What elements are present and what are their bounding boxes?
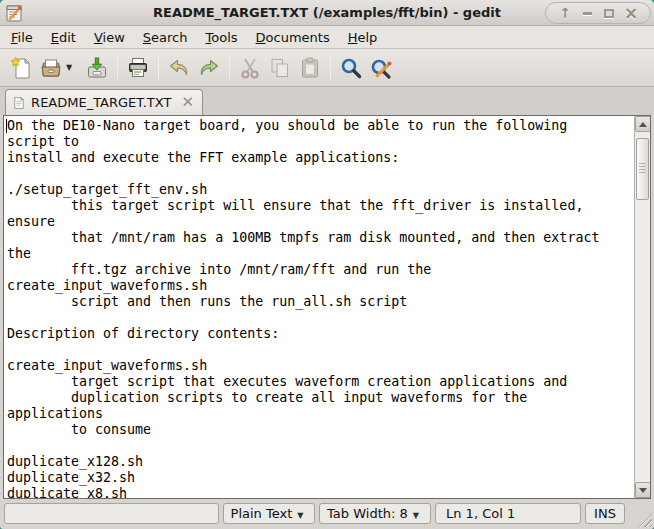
print-document-button[interactable]	[123, 53, 153, 83]
cursor-position-indicator: Ln 1, Col 1	[435, 503, 581, 524]
menu-help[interactable]: Help	[339, 26, 387, 49]
tab-readme-target[interactable]: README_TARGET.TXT ✕	[5, 89, 203, 115]
arrow-up-icon	[639, 122, 647, 127]
close-window-button[interactable]: ×	[620, 3, 642, 23]
menu-tools[interactable]: Tools	[197, 26, 247, 49]
undo-button[interactable]	[164, 53, 194, 83]
open-document-button[interactable]	[36, 53, 66, 83]
find-replace-icon	[369, 56, 393, 80]
menu-search[interactable]: Search	[134, 26, 197, 49]
tab-label: README_TARGET.TXT	[31, 95, 171, 110]
paste-clipboard-icon	[298, 56, 322, 80]
tabbar: README_TARGET.TXT ✕	[0, 87, 654, 115]
maximize-window-button[interactable]	[598, 3, 620, 23]
cut-scissors-icon	[238, 56, 262, 80]
status-message-area	[4, 503, 219, 524]
scrollbar-thumb[interactable]	[636, 138, 649, 200]
paste-button	[295, 53, 325, 83]
toolbar-separator	[229, 56, 230, 80]
menubar: File Edit View Search Tools Documents He…	[0, 26, 654, 49]
language-selector[interactable]: Plain Text▼	[223, 503, 315, 524]
find-button[interactable]	[336, 53, 366, 83]
tab-close-icon[interactable]: ✕	[181, 95, 194, 110]
window-resize-grip[interactable]	[638, 513, 652, 527]
minimize-icon	[583, 12, 592, 15]
shade-window-button[interactable]: ↑	[554, 3, 576, 23]
text-editor-area[interactable]: On the DE10-Nano target board, you shoul…	[3, 115, 651, 499]
document-icon	[14, 95, 24, 111]
cut-button	[235, 53, 265, 83]
print-icon	[126, 56, 150, 80]
document-text[interactable]: On the DE10-Nano target board, you shoul…	[7, 118, 632, 498]
open-dropdown-arrow-icon[interactable]: ▼	[66, 63, 72, 72]
search-icon	[339, 56, 363, 80]
scroll-up-button[interactable]	[635, 116, 651, 132]
redo-icon	[197, 56, 221, 80]
window-controls: ↑ ×	[545, 2, 651, 24]
toolbar: ▼	[0, 49, 654, 87]
maximize-icon	[604, 9, 614, 18]
replace-button[interactable]	[366, 53, 396, 83]
toolbar-separator	[158, 56, 159, 80]
thumb-grip-icon	[639, 163, 646, 175]
new-document-button[interactable]	[6, 53, 36, 83]
insert-mode-indicator[interactable]: INS	[585, 503, 625, 524]
open-folder-icon	[39, 56, 63, 80]
undo-icon	[167, 56, 191, 80]
copy-button	[265, 53, 295, 83]
statusbar: Plain Text▼ Tab Width: 8▼ Ln 1, Col 1 IN…	[0, 499, 654, 529]
text-cursor	[6, 119, 7, 133]
save-icon	[85, 56, 109, 80]
gedit-window: README_TARGET.TXT (/examples/fft/bin) - …	[0, 0, 654, 529]
menu-view[interactable]: View	[85, 26, 134, 49]
arrow-down-icon	[639, 488, 647, 493]
new-document-icon	[9, 56, 33, 80]
menu-documents[interactable]: Documents	[247, 26, 339, 49]
language-label: Plain Text	[231, 506, 293, 521]
menu-edit[interactable]: Edit	[42, 26, 85, 49]
redo-button[interactable]	[194, 53, 224, 83]
dropdown-arrow-icon: ▼	[297, 511, 303, 520]
titlebar[interactable]: README_TARGET.TXT (/examples/fft/bin) - …	[0, 0, 654, 26]
dropdown-arrow-icon: ▼	[413, 511, 419, 520]
minimize-window-button[interactable]	[576, 3, 598, 23]
toolbar-separator	[117, 56, 118, 80]
menu-file[interactable]: File	[2, 26, 42, 49]
save-document-button[interactable]	[82, 53, 112, 83]
tab-width-selector[interactable]: Tab Width: 8▼	[319, 503, 431, 524]
toolbar-separator	[330, 56, 331, 80]
vertical-scrollbar[interactable]	[634, 116, 650, 498]
tab-width-label: Tab Width: 8	[327, 506, 408, 521]
copy-icon	[268, 56, 292, 80]
scroll-down-button[interactable]	[635, 482, 651, 498]
